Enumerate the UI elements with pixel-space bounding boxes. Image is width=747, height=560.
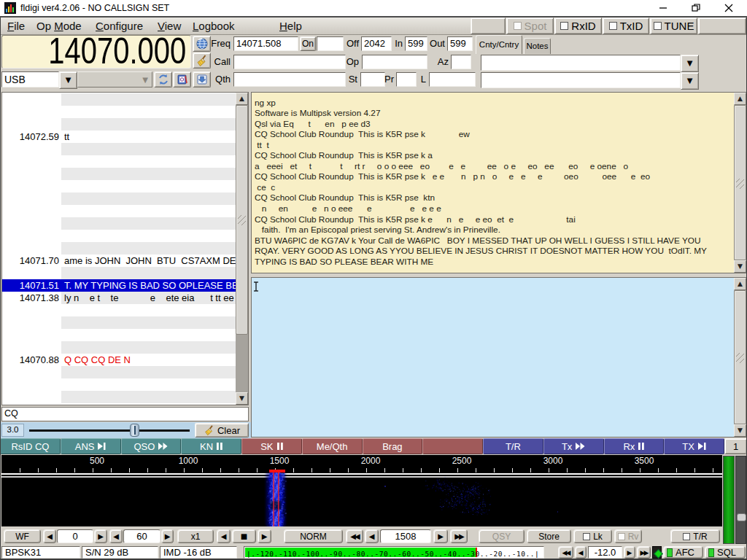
rx-scrollbar[interactable]: ▲ ▼: [734, 93, 746, 273]
macro-button-blank-8[interactable]: [422, 438, 483, 454]
slider-handle[interactable]: [130, 424, 139, 437]
rig-refresh-button[interactable]: [154, 71, 172, 88]
carrier-dec-fast-button[interactable]: ◀◀: [346, 529, 363, 543]
logbook-button[interactable]: [173, 71, 191, 88]
sql-button[interactable]: SQL: [705, 546, 746, 559]
rxid-button[interactable]: RxID: [554, 18, 602, 34]
rx-scroll-down[interactable]: ▼: [734, 260, 746, 273]
browser-row[interactable]: 14071.70ame is JOHN JOHN BTU CS7AXM DE W: [2, 254, 236, 267]
tx-scroll-up[interactable]: ▲: [734, 278, 746, 290]
tx-panel[interactable]: ▲ ▼: [251, 277, 747, 438]
browser-scroll-down[interactable]: ▼: [236, 392, 248, 405]
browser-row[interactable]: 14071.51T. MY TYPING IS BAD SO OPLEASE B…: [2, 279, 236, 292]
macro-button-rsid-cq-1[interactable]: RsID CQ: [0, 438, 61, 454]
call-field[interactable]: [233, 55, 346, 69]
lock-button[interactable]: Lk: [573, 529, 612, 543]
range-dec-button[interactable]: ◀: [109, 529, 123, 543]
carrier-inc-fast-button[interactable]: ▶▶: [450, 529, 468, 543]
time-off-field[interactable]: 2042: [361, 36, 392, 51]
lower-signal-value[interactable]: 0: [57, 529, 93, 543]
browser-row-freq: 14070.88: [2, 354, 59, 366]
tab-notes[interactable]: Notes: [524, 38, 551, 54]
offset-forward-fast-button[interactable]: ▶▶: [637, 546, 651, 559]
range-value[interactable]: 60: [123, 529, 160, 543]
macro-button-tx-10[interactable]: Tx: [543, 438, 604, 454]
mode-dropdown-arrow[interactable]: ▼: [59, 71, 77, 89]
restore-button[interactable]: [688, 0, 704, 16]
pause-waterfall-button[interactable]: ■: [232, 529, 256, 543]
norm-button[interactable]: NORM: [284, 529, 343, 543]
offset-rewind-button[interactable]: ◀: [575, 546, 587, 559]
zoom-button[interactable]: x1: [177, 529, 214, 543]
waterfall-display[interactable]: [1, 472, 722, 526]
on-button[interactable]: On: [300, 36, 316, 51]
macro-button-ans-2[interactable]: ANS: [61, 438, 121, 454]
qth-field[interactable]: [233, 72, 346, 87]
wf-mode-button[interactable]: WF: [4, 529, 41, 543]
browser-row[interactable]: 14072.59tt: [2, 131, 236, 143]
rx-scroll-up[interactable]: ▲: [734, 93, 746, 105]
offset-value-box[interactable]: -12.0: [588, 546, 622, 559]
mode-combobox[interactable]: USB ▼: [1, 71, 76, 88]
afc-button[interactable]: AFC: [663, 546, 703, 559]
clear-browser-button[interactable]: Clear: [195, 423, 249, 438]
pr-field[interactable]: [396, 72, 417, 87]
cnty-combobox[interactable]: ▼: [481, 55, 697, 71]
tab-cnty-cntry[interactable]: Cnty/Cntry: [476, 35, 522, 54]
left-arrow-icon: ◀: [113, 532, 119, 540]
macro-button-sk-5[interactable]: SK: [241, 438, 302, 454]
scroll-left-button[interactable]: ◀: [217, 529, 231, 543]
freq-field[interactable]: 14071.508: [233, 36, 298, 51]
squelch-slider[interactable]: [26, 424, 193, 437]
scroll-right-button[interactable]: ▶: [258, 529, 271, 543]
carrier-dec-button[interactable]: ◀: [365, 529, 379, 543]
time-on-field[interactable]: [317, 36, 344, 51]
macro-button-me-qth-6[interactable]: Me/Qth: [302, 438, 363, 454]
cntry-combobox[interactable]: ▼: [481, 72, 697, 88]
az-field[interactable]: [451, 55, 471, 69]
rst-in-field[interactable]: 599: [405, 36, 427, 51]
browser-scrollbar[interactable]: ▲ ▼: [236, 93, 248, 405]
macro-button-rx-11[interactable]: Rx: [604, 438, 665, 454]
wf-tr-button[interactable]: T/R: [670, 529, 720, 543]
browser-scroll-thumb[interactable]: [236, 105, 248, 335]
macro-button-qso-3[interactable]: QSO: [121, 438, 182, 454]
macro-button-brag-7[interactable]: Brag: [363, 438, 423, 454]
close-button[interactable]: [721, 0, 737, 16]
rx-scroll-thumb[interactable]: [734, 105, 746, 260]
txid-button[interactable]: TxID: [603, 18, 649, 34]
tune-button[interactable]: TUNE: [650, 18, 697, 34]
waterfall-agc-slider[interactable]: [735, 456, 746, 544]
tx-scrollbar[interactable]: ▲ ▼: [734, 278, 746, 437]
macro-button-t-r-9[interactable]: T/R: [483, 438, 543, 454]
rx-panel[interactable]: ng xpSoftware is Multipsk version 4.27Qs…: [251, 92, 747, 273]
agc-slider-handle[interactable]: [737, 513, 746, 521]
macro-button-tx-12[interactable]: TX: [664, 438, 724, 454]
lower-signal-inc-button[interactable]: ▶: [94, 529, 107, 543]
loc-field[interactable]: [429, 72, 476, 87]
store-button[interactable]: Store: [527, 529, 571, 543]
tx-scroll-thumb[interactable]: [734, 290, 746, 424]
lower-signal-dec-button[interactable]: ◀: [43, 529, 56, 543]
browser-scroll-up[interactable]: ▲: [236, 93, 248, 105]
mode-status[interactable]: BPSK31: [1, 546, 80, 559]
range-inc-button[interactable]: ▶: [161, 529, 174, 543]
minimize-button[interactable]: [655, 0, 671, 16]
frequency-display[interactable]: 14070.000: [1, 35, 191, 69]
op-field[interactable]: [362, 55, 427, 69]
cnty-dropdown-arrow[interactable]: ▼: [681, 55, 699, 72]
left-arrow-icon: ◀: [47, 532, 53, 540]
macro-set-button[interactable]: 1: [724, 438, 747, 454]
browser-row[interactable]: 14071.38ly n e t te e ete eia t tt ee: [2, 292, 236, 304]
macro-button-kn-4[interactable]: KN: [181, 438, 241, 454]
carrier-frequency-value[interactable]: 1508: [380, 529, 431, 543]
carrier-inc-button[interactable]: ▶: [433, 529, 448, 543]
signal-browser[interactable]: 14072.59tt14071.70ame is JOHN JOHN BTU C…: [1, 92, 249, 405]
st-field[interactable]: [360, 72, 385, 87]
browser-row[interactable]: 14070.88Q CQ CQ DE N: [2, 354, 236, 366]
rst-out-field[interactable]: 599: [447, 36, 473, 51]
offset-rewind-fast-button[interactable]: ◀◀: [558, 546, 573, 559]
offset-forward-button[interactable]: ▶: [624, 546, 635, 559]
cntry-dropdown-arrow[interactable]: ▼: [681, 72, 699, 90]
tx-scroll-down[interactable]: ▼: [734, 424, 746, 437]
